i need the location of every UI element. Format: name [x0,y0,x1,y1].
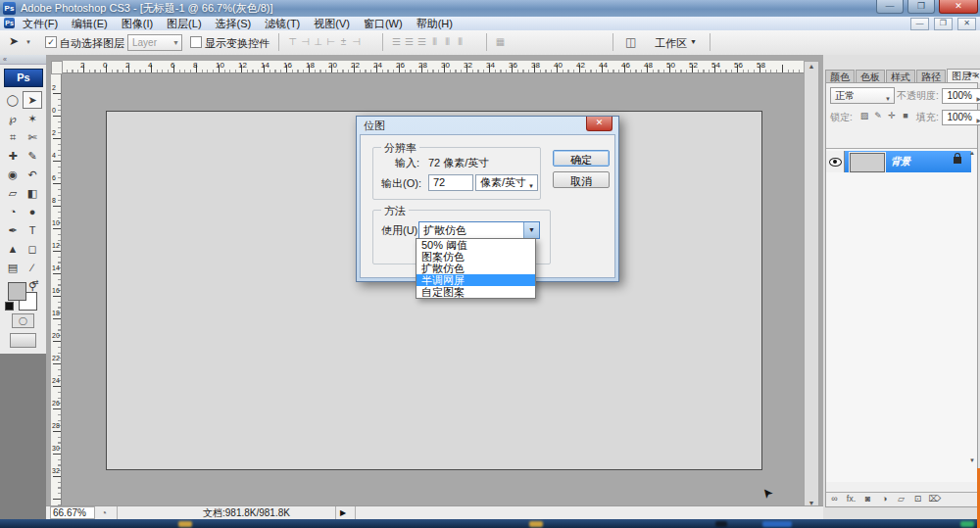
scroll-up-icon[interactable]: ▲ [968,150,976,156]
foreground-color-swatch[interactable] [8,282,26,301]
menu-item-8[interactable]: 窗口(W) [357,17,410,30]
tab-色板[interactable]: 色板 [856,70,885,83]
output-value-field[interactable]: 72 [428,174,473,191]
layer-group-select[interactable]: Layer▼ [127,34,182,51]
layer-style-icon[interactable]: fx. [843,493,859,505]
panel-collapse-button[interactable]: « [0,55,46,65]
dropdown-item-4[interactable]: 半调网屏 [416,274,535,286]
bridge-icon[interactable]: ◫ [625,35,636,49]
distribute-top-icon[interactable]: ☰ [390,36,403,47]
show-transform-checkbox[interactable] [190,36,202,48]
type-tool[interactable]: T [23,221,42,239]
default-colors-icon[interactable] [5,302,14,311]
blur-tool[interactable]: ◔ [3,203,23,220]
fill-field[interactable]: 100%▶ [942,110,980,125]
delete-layer-icon[interactable]: ⌦ [926,493,943,505]
visibility-cell[interactable] [826,151,845,172]
blend-mode-select[interactable]: 正常▼ [830,87,895,104]
dropdown-item-2[interactable]: 图案仿色 [416,251,535,263]
scroll-down-icon[interactable]: ▼ [969,457,975,463]
link-layers-icon[interactable]: ∞ [826,493,843,505]
distribute-hcenter-icon[interactable]: ⫴ [441,36,454,48]
doc-minimize-button[interactable]: — [910,18,929,30]
menu-item-3[interactable]: 图像(I) [115,17,160,30]
auto-select-checkbox[interactable]: ✓ [45,36,57,48]
align-left-icon[interactable]: ⊢ [324,36,337,47]
magic-wand-tool[interactable]: ✶ [23,110,42,127]
layer-thumbnail[interactable] [850,153,885,172]
lock-all-icon[interactable]: ■ [899,111,912,120]
zoom-level-field[interactable]: 66.67% [50,506,95,519]
new-layer-icon[interactable]: ⊡ [909,493,926,505]
align-hcenter-icon[interactable]: ± [337,36,350,47]
menu-item-4[interactable]: 图层(L) [160,17,208,30]
maximize-button[interactable]: ❐ [907,0,935,14]
healing-brush-tool[interactable]: ✚ [3,147,23,165]
pen-tool[interactable]: ✒ [3,221,23,239]
clone-stamp-tool[interactable]: ◉ [3,166,23,183]
tab-样式[interactable]: 样式 [886,70,915,83]
dodge-tool[interactable]: ● [23,203,42,220]
tool-preset-arrow-icon[interactable]: ▼ [25,39,31,45]
quick-mask-button[interactable]: ◯ [12,313,34,328]
use-method-combobox[interactable]: 扩散仿色 ▼ [418,221,540,239]
gradient-tool[interactable]: ◧ [23,184,42,202]
slice-tool[interactable]: ✄ [23,128,42,146]
path-selection-tool[interactable]: ▲ [3,240,23,258]
combo-arrow-icon[interactable]: ▼ [523,222,539,238]
dropdown-item-1[interactable]: 50% 阈值 [416,239,535,251]
minimize-button[interactable]: — [876,0,904,14]
shape-tool[interactable]: ◻ [23,240,42,258]
swap-colors-icon[interactable]: ⇄ [32,278,39,287]
tab-路径[interactable]: 路径 [916,70,946,83]
layer-list-scrollbar[interactable]: ▲ ▼ [968,150,976,479]
menu-item-1[interactable]: 文件(F) [16,17,65,30]
align-bottom-icon[interactable]: ⊥ [312,36,324,47]
crop-tool[interactable]: ⌗ [3,128,23,146]
menu-item-2[interactable]: 编辑(E) [65,17,115,30]
panel-menu-icon[interactable]: ▾≡ [967,70,977,79]
lock-pixels-icon[interactable]: ✎ [871,111,885,120]
distribute-vcenter-icon[interactable]: ☰ [403,36,416,47]
elliptical-marquee-tool[interactable]: ◯ [3,91,23,109]
history-brush-tool[interactable]: ↶ [23,166,42,183]
doc-restore-button[interactable]: ❐ [934,18,953,30]
vertical-ruler[interactable]: 202468101214161820222426283032 [51,72,62,506]
workspace-arrow-icon[interactable]: ▼ [690,38,697,45]
tab-颜色[interactable]: 颜色 [825,70,855,83]
lasso-tool[interactable]: ℘ [3,110,23,127]
vertical-scrollbar[interactable]: ▲▼ [804,61,819,508]
layer-group-icon[interactable]: ▱ [893,493,909,505]
align-vcenter-icon[interactable]: ⊣ [299,36,312,47]
lock-position-icon[interactable]: ✛ [885,111,899,120]
notes-tool[interactable]: ▤ [3,259,23,276]
doc-close-button[interactable]: ✕ [957,18,976,30]
menu-item-7[interactable]: 视图(V) [307,17,357,30]
lock-transparency-icon[interactable]: ▨ [858,111,871,120]
distribute-left-icon[interactable]: ⫴ [428,36,441,48]
close-button[interactable]: ✕ [939,0,978,14]
windows-taskbar[interactable] [0,519,980,528]
output-unit-select[interactable]: 像素/英寸 ▼ [475,174,538,191]
distribute-right-icon[interactable]: ⫴ [454,36,466,48]
cancel-button[interactable]: 取消 [553,171,610,188]
horizontal-ruler[interactable]: 2024681012141618202224262830323436384042… [51,61,808,73]
ok-button[interactable]: 确定 [553,150,610,167]
opacity-field[interactable]: 100%▶ [942,88,980,104]
scroll-up-icon[interactable]: ▲ [805,63,818,70]
menu-item-6[interactable]: 滤镜(T) [258,17,307,30]
menu-item-5[interactable]: 选择(S) [209,17,259,30]
move-tool[interactable]: ➤ [23,91,42,109]
distribute-bottom-icon[interactable]: ☰ [416,36,428,47]
dialog-close-button[interactable]: ✕ [586,117,612,131]
brush-tool[interactable]: ✎ [23,147,42,165]
menu-item-9[interactable]: 帮助(H) [410,17,460,30]
layer-mask-icon[interactable]: ◙ [859,493,876,505]
move-tool-icon[interactable]: ➤ [9,34,19,48]
dropdown-item-3[interactable]: 扩散仿色 [416,263,535,274]
layer-row-background[interactable]: 背景 [826,151,971,172]
screen-mode-button[interactable] [10,333,36,348]
align-top-icon[interactable]: ⊤ [286,36,299,47]
dropdown-item-5[interactable]: 自定图案 [416,286,535,298]
adjustment-layer-icon[interactable]: ◑ [876,493,893,505]
